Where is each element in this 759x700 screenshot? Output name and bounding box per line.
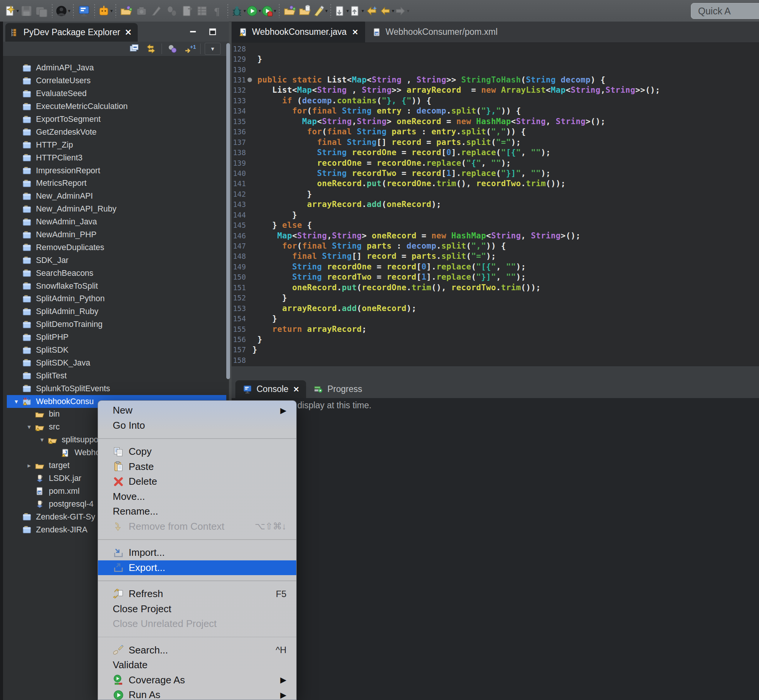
tree-item-splitsdk-java[interactable]: SplitSDK_Java: [7, 356, 226, 369]
menu-item-import-[interactable]: Import...: [98, 545, 296, 560]
open-resource-icon[interactable]: [297, 3, 312, 19]
menu-item-coverage-as[interactable]: Coverage As▶: [98, 673, 296, 688]
menu-item-close-project[interactable]: Close Project: [98, 602, 296, 617]
close-view-icon[interactable]: ✕: [125, 28, 132, 38]
line-number[interactable]: 152: [231, 294, 246, 302]
tree-item-getzendeskvote[interactable]: GetZendeskVote: [7, 126, 226, 139]
tree-item-splitsdk[interactable]: SplitSDK: [7, 344, 226, 357]
tree-item-removeduplicates[interactable]: RemoveDuplicates: [7, 241, 226, 254]
twistie-icon[interactable]: ▾: [37, 436, 47, 444]
console-tab-progress[interactable]: Progress: [306, 380, 369, 398]
line-number[interactable]: 135: [231, 117, 246, 126]
menu-item-export-[interactable]: Export...: [98, 560, 296, 575]
twistie-icon[interactable]: ▸: [24, 462, 34, 470]
collapse-all-icon[interactable]: [128, 43, 141, 55]
line-number[interactable]: 132: [231, 86, 246, 94]
menu-item-run-as[interactable]: Run As▶: [98, 688, 296, 700]
line-number[interactable]: 142: [231, 190, 246, 198]
line-number[interactable]: 154: [231, 314, 246, 323]
tree-item-impressionreport[interactable]: ImpressionReport: [7, 164, 226, 177]
tree-item-evaluateseed[interactable]: EvaluateSeed: [7, 88, 226, 100]
line-number[interactable]: 138: [231, 148, 246, 157]
line-number[interactable]: 144: [231, 211, 246, 219]
console-tab-console[interactable]: Console✕: [235, 380, 306, 398]
tree-item-searchbeacons[interactable]: SearchBeacons: [7, 267, 226, 280]
line-number[interactable]: 128: [231, 45, 246, 53]
line-number[interactable]: 145: [231, 221, 246, 229]
focus-on-active-task-icon[interactable]: +1: [183, 43, 196, 55]
tree-item-sdk-jar[interactable]: SDK_Jar: [7, 254, 226, 267]
menu-item-new[interactable]: New▶: [98, 403, 296, 418]
line-number[interactable]: 141: [231, 179, 246, 188]
last-edit-location-icon[interactable]: [364, 3, 379, 19]
twistie-icon[interactable]: ▾: [24, 423, 34, 431]
link-with-editor-icon[interactable]: [145, 43, 158, 55]
menu-item-paste[interactable]: Paste: [98, 459, 296, 475]
line-number[interactable]: 139: [231, 159, 246, 167]
line-number[interactable]: 155: [231, 325, 246, 333]
line-number[interactable]: 134: [231, 107, 246, 115]
menu-item-copy[interactable]: Copy: [98, 444, 296, 459]
tree-item-new-adminapi[interactable]: New_AdminAPI: [7, 190, 226, 203]
line-number[interactable]: 146: [231, 231, 246, 240]
menu-item-go-into[interactable]: Go Into: [98, 418, 296, 433]
line-number[interactable]: 158: [231, 356, 246, 364]
next-annotation-icon[interactable]: ▾: [334, 3, 349, 19]
highlighter-icon[interactable]: ▾: [312, 3, 328, 19]
tree-item-splunktosplitevents[interactable]: SplunkToSplitEvents: [7, 382, 226, 395]
tree-item-adminapi-java[interactable]: AdminAPI_Java: [7, 62, 226, 75]
twistie-icon[interactable]: ▾: [11, 398, 21, 406]
external-tools-icon[interactable]: ▾: [261, 3, 276, 19]
tree-item-metricsreport[interactable]: MetricsReport: [7, 177, 226, 190]
user-profile-icon[interactable]: ▾: [55, 3, 70, 19]
tree-item-splittest[interactable]: SplitTest: [7, 369, 226, 382]
tree-item-newadmin-java[interactable]: NewAdmin_Java: [7, 216, 226, 228]
close-tab-icon[interactable]: ✕: [352, 28, 358, 37]
tree-item-exporttosegment[interactable]: ExportToSegment: [7, 113, 226, 126]
previous-annotation-icon[interactable]: ▾: [349, 3, 364, 19]
line-number[interactable]: 143: [231, 200, 246, 208]
tree-item-httpclient3[interactable]: HTTPClient3: [7, 152, 226, 164]
quick-access-box[interactable]: Quick A: [691, 3, 759, 19]
line-number[interactable]: 136: [231, 128, 246, 136]
line-number[interactable]: 137: [231, 138, 246, 147]
line-number[interactable]: 149: [231, 262, 246, 271]
menu-item-move-[interactable]: Move...: [98, 489, 296, 505]
line-number[interactable]: 156: [231, 335, 246, 344]
editor-tab-webhookconsumer-java[interactable]: JWebhookConsumer.java✕: [231, 22, 365, 42]
run-icon[interactable]: ▾: [246, 3, 261, 19]
line-number[interactable]: 133: [231, 97, 246, 105]
line-number[interactable]: 151: [231, 283, 246, 292]
view-menu-icon[interactable]: ▼: [205, 43, 220, 55]
line-number[interactable]: 129: [231, 55, 246, 63]
menu-item-refresh[interactable]: RefreshF5: [98, 586, 296, 602]
tree-item-splitphp[interactable]: SplitPHP: [7, 331, 226, 344]
line-number[interactable]: 157: [231, 345, 246, 354]
menu-item-search-[interactable]: Search...^H: [98, 643, 296, 658]
fold-marker-icon[interactable]: [247, 78, 252, 82]
tree-item-new-adminapi-ruby[interactable]: New_AdminAPI_Ruby: [7, 203, 226, 216]
line-number[interactable]: 140: [231, 169, 246, 177]
menu-item-validate[interactable]: Validate: [98, 658, 296, 673]
line-number[interactable]: 131: [231, 76, 246, 84]
tree-item-splitdemotraining[interactable]: SplitDemoTraining: [7, 318, 226, 331]
tree-item-splitadmin-ruby[interactable]: SplitAdmin_Ruby: [7, 305, 226, 318]
tree-item-snowflaketosplit[interactable]: SnowflakeToSplit: [7, 280, 226, 292]
tree-item-newadmin-php[interactable]: NewAdmin_PHP: [7, 228, 226, 241]
tree-item-executemetriccalculation[interactable]: ExecuteMetricCalculation: [7, 100, 226, 113]
menu-item-delete[interactable]: Delete: [98, 474, 296, 489]
line-number[interactable]: 153: [231, 304, 246, 312]
code-area[interactable]: 128129 }130131 public static List<Map<St…: [231, 43, 759, 366]
tree-item-correlateusers[interactable]: CorrelateUsers: [7, 75, 226, 88]
line-number[interactable]: 148: [231, 252, 246, 260]
menu-item-rename-[interactable]: Rename...: [98, 504, 296, 519]
back-history-icon[interactable]: ▾: [379, 3, 394, 19]
open-wizard-icon[interactable]: [119, 3, 134, 19]
tree-item-splitadmin-python[interactable]: SplitAdmin_Python: [7, 292, 226, 305]
line-number[interactable]: 150: [231, 273, 246, 281]
new-wizard-icon[interactable]: ▾: [4, 3, 19, 19]
debug-icon[interactable]: ▾: [231, 3, 246, 19]
open-type-icon[interactable]: [282, 3, 297, 19]
console-display-icon[interactable]: [77, 3, 92, 19]
minimize-view-icon[interactable]: [188, 27, 198, 38]
